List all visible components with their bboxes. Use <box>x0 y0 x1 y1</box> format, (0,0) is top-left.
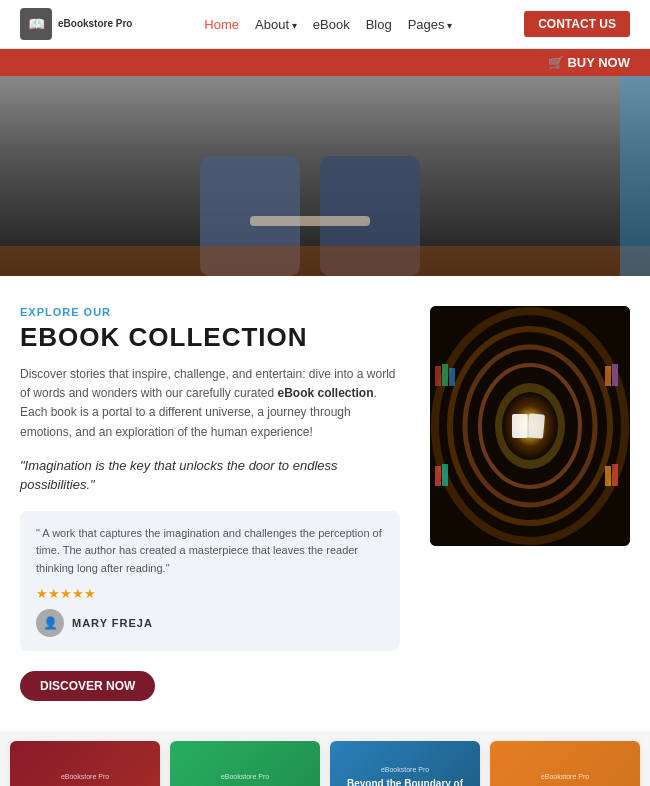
library-svg <box>430 306 630 546</box>
collection-left: EXPLORE OUR EBOOK COLLECTION Discover st… <box>20 306 400 701</box>
nav-links: Home About eBook Blog Pages <box>204 17 452 32</box>
book-cover-content-1: eBookstore Pro The Magic of Small Things <box>10 765 160 786</box>
svg-rect-14 <box>527 413 545 438</box>
svg-rect-20 <box>612 364 618 386</box>
svg-rect-18 <box>449 368 455 386</box>
reviewer: 👤 MARY FREJA <box>36 609 384 637</box>
collection-title: EBOOK COLLECTION <box>20 322 400 353</box>
svg-rect-24 <box>612 464 618 486</box>
library-image <box>430 306 630 546</box>
book-cover-content-3: eBookstore Pro Beyond the Boundary of Ti… <box>330 758 480 786</box>
nav-ebook[interactable]: eBook <box>313 17 350 32</box>
svg-rect-22 <box>442 464 448 486</box>
collection-quote: "Imagination is the key that unlocks the… <box>20 456 400 495</box>
reviewer-name: MARY FREJA <box>72 617 153 629</box>
book-card-4: eBookstore Pro Chasing Impossible Dreams <box>490 741 640 786</box>
logo-icon: 📖 <box>20 8 52 40</box>
logo-text: eBookstore Pro <box>58 18 132 30</box>
book-cover-title-3: Beyond the Boundary of Time <box>338 777 472 786</box>
review-text: " A work that captures the imagination a… <box>36 525 384 578</box>
book-card-1: eBookstore Pro The Magic of Small Things <box>10 741 160 786</box>
explore-label: EXPLORE OUR <box>20 306 400 318</box>
nav-pages[interactable]: Pages <box>408 17 453 32</box>
book-cover-1: eBookstore Pro The Magic of Small Things <box>10 741 160 786</box>
collection-description: Discover stories that inspire, challenge… <box>20 365 400 442</box>
nav-blog[interactable]: Blog <box>366 17 392 32</box>
hero-svg <box>0 76 650 276</box>
svg-rect-13 <box>512 414 528 438</box>
review-stars: ★★★★★ <box>36 586 384 601</box>
book-brand-1: eBookstore Pro <box>18 773 152 780</box>
collection-section: EXPLORE OUR EBOOK COLLECTION Discover st… <box>0 276 650 731</box>
logo[interactable]: 📖 eBookstore Pro <box>20 8 132 40</box>
book-cover-2: eBookstore Pro The Path to Inner Freedom <box>170 741 320 786</box>
book-card-2: eBookstore Pro The Path to Inner Freedom <box>170 741 320 786</box>
book-cover-4: eBookstore Pro Chasing Impossible Dreams <box>490 741 640 786</box>
hero-image <box>0 76 650 276</box>
svg-rect-4 <box>0 246 650 276</box>
books-section: eBookstore Pro The Magic of Small Things <box>0 731 650 786</box>
navigation: 📖 eBookstore Pro Home About eBook Blog P… <box>0 0 650 49</box>
svg-rect-19 <box>605 366 611 386</box>
book-card-3: eBookstore Pro Beyond the Boundary of Ti… <box>330 741 480 786</box>
review-box: " A work that captures the imagination a… <box>20 511 400 651</box>
nav-about[interactable]: About <box>255 17 297 32</box>
book-brand-4: eBookstore Pro <box>498 773 632 780</box>
nav-home[interactable]: Home <box>204 17 239 32</box>
collection-right <box>430 306 630 546</box>
book-brand-3: eBookstore Pro <box>338 766 472 773</box>
hero-image-inner <box>0 76 650 276</box>
svg-rect-23 <box>605 466 611 486</box>
book-cover-content-2: eBookstore Pro The Path to Inner Freedom <box>170 765 320 786</box>
book-cover-3: eBookstore Pro Beyond the Boundary of Ti… <box>330 741 480 786</box>
discover-button[interactable]: DISCOVER NOW <box>20 671 155 701</box>
reviewer-avatar: 👤 <box>36 609 64 637</box>
svg-rect-5 <box>620 76 650 276</box>
books-grid: eBookstore Pro The Magic of Small Things <box>10 741 640 786</box>
contact-button[interactable]: CONTACT US <box>524 11 630 37</box>
svg-rect-17 <box>442 364 448 386</box>
book-cover-content-4: eBookstore Pro Chasing Impossible Dreams <box>490 765 640 786</box>
svg-rect-16 <box>435 366 441 386</box>
book-brand-2: eBookstore Pro <box>178 773 312 780</box>
buy-now-bar[interactable]: 🛒 BUY NOW <box>0 49 650 76</box>
svg-rect-21 <box>435 466 441 486</box>
svg-rect-3 <box>250 216 370 226</box>
